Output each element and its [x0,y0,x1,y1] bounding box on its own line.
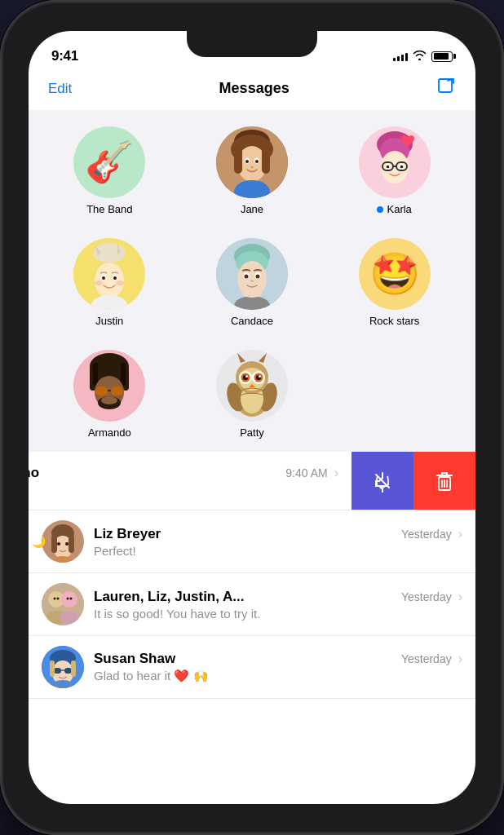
pinned-contact-rockstars[interactable]: 🤩 Rock stars [326,228,462,334]
battery-icon [431,51,453,62]
phone-screen: 9:41 [29,31,475,804]
svg-rect-58 [111,387,123,395]
avatar-candace [216,238,288,310]
lauren-chevron: › [458,590,462,604]
pinned-contact-candace[interactable]: Candace [184,228,321,334]
contact-name-patty: Patty [240,426,264,439]
susan-message-content: Susan Shaw Yesterday › Glad to hear it ❤… [94,651,462,683]
svg-rect-111 [64,668,72,674]
svg-point-23 [400,166,403,169]
message-list: sa Moreno 9:40 AM › 😊 [29,452,475,699]
svg-rect-95 [69,535,74,553]
contact-name-candace: Candace [231,315,273,327]
delete-icon [434,470,455,493]
svg-point-77 [245,375,248,378]
pinned-contact-armando[interactable]: Armando [42,340,178,445]
message-row-susan[interactable]: Susan Shaw Yesterday › Glad to hear it ❤… [29,636,475,699]
svg-point-10 [245,160,249,163]
svg-point-22 [386,166,389,169]
notch [187,31,317,57]
lauren-message-content: Lauren, Liz, Justin, A... Yesterday › It… [94,589,462,621]
compose-button[interactable] [436,77,456,100]
avatar-label-rockstars: Rock stars [369,315,419,327]
svg-point-11 [255,160,259,163]
contact-name-band: The Band [86,203,132,215]
message-row-lisa[interactable]: sa Moreno 9:40 AM › 😊 [29,452,475,510]
svg-rect-55 [116,361,121,381]
contact-name-rockstars: Rock stars [369,315,419,327]
contact-name-jane: Jane [241,203,263,215]
signal-bar-3 [401,55,404,61]
susan-name: Susan Shaw [94,651,175,667]
phone-frame: 9:41 [0,0,504,835]
battery-fill [434,53,449,60]
pinned-contact-jane[interactable]: Jane [184,117,321,222]
svg-point-100 [61,591,77,607]
contact-name-justin: Justin [95,315,123,327]
moon-icon-liz: 🌙 [32,535,46,548]
pinned-contacts-grid: 🎸 The Band [29,110,475,452]
liz-time: Yesterday › [401,527,462,541]
svg-point-47 [242,289,262,298]
avatar-jane [216,126,288,198]
lauren-preview: It is so good! You have to try it. [94,607,462,621]
avatar-label-armando: Armando [88,426,131,439]
svg-point-37 [116,281,124,285]
svg-point-36 [95,281,103,285]
avatar-band: 🎸 [73,126,145,198]
avatar-armando [73,350,145,422]
avatar-label-candace: Candace [231,315,273,327]
avatar-label-justin: Justin [95,315,123,327]
svg-rect-94 [51,535,57,553]
liz-chevron: › [458,527,462,541]
signal-bars [393,51,408,61]
avatar-susan [42,646,84,688]
contact-name-armando: Armando [88,426,131,439]
svg-point-30 [95,263,124,298]
svg-rect-110 [54,668,61,674]
avatar-patty [216,350,288,422]
svg-point-105 [67,598,69,600]
lisa-row-content: sa Moreno 9:40 AM › 😊 [29,452,351,510]
svg-point-61 [101,396,117,404]
edit-button[interactable]: Edit [48,81,72,97]
svg-point-34 [102,276,105,280]
svg-point-35 [113,276,117,280]
contact-name-karla: Karla [387,203,411,215]
signal-bar-1 [393,58,396,61]
message-row-liz[interactable]: 🌙 Liz Brey [29,510,475,573]
message-row-lauren[interactable]: Lauren, Liz, Justin, A... Yesterday › It… [29,573,475,636]
signal-bar-2 [397,56,400,61]
delete-button-lisa[interactable] [413,452,475,510]
svg-rect-114 [50,660,55,677]
pinned-contact-band[interactable]: 🎸 The Band [42,117,178,222]
svg-point-96 [57,542,60,546]
pinned-contact-karla[interactable]: Karla [326,117,462,222]
svg-rect-7 [262,144,270,174]
lisa-chevron: › [334,466,338,480]
svg-point-46 [255,275,259,279]
svg-rect-115 [71,660,76,677]
svg-point-97 [65,542,69,546]
svg-point-12 [250,166,254,169]
avatar-label-band: The Band [86,203,132,215]
avatar-liz [42,520,84,563]
app-header: Edit Messages [29,70,475,110]
svg-rect-6 [234,144,242,174]
signal-bar-4 [405,53,408,61]
avatar-label-karla: Karla [377,203,411,215]
pinned-contact-justin[interactable]: Justin [42,228,178,334]
avatar-rockstars: 🤩 [359,238,431,310]
lauren-name: Lauren, Liz, Justin, A... [94,589,245,605]
avatar-karla [359,126,431,198]
status-time: 9:41 [51,48,78,64]
mute-button-lisa[interactable] [351,452,413,510]
lisa-preview: 😊 [29,483,338,497]
avatar-justin [73,238,145,310]
svg-rect-57 [95,387,108,395]
lisa-time: 9:40 AM › [285,466,338,480]
lisa-swipe-actions [351,452,475,510]
unread-dot-karla [377,206,383,213]
pinned-contact-patty[interactable]: Patty [184,340,321,445]
liz-preview: Perfect! [94,544,462,558]
